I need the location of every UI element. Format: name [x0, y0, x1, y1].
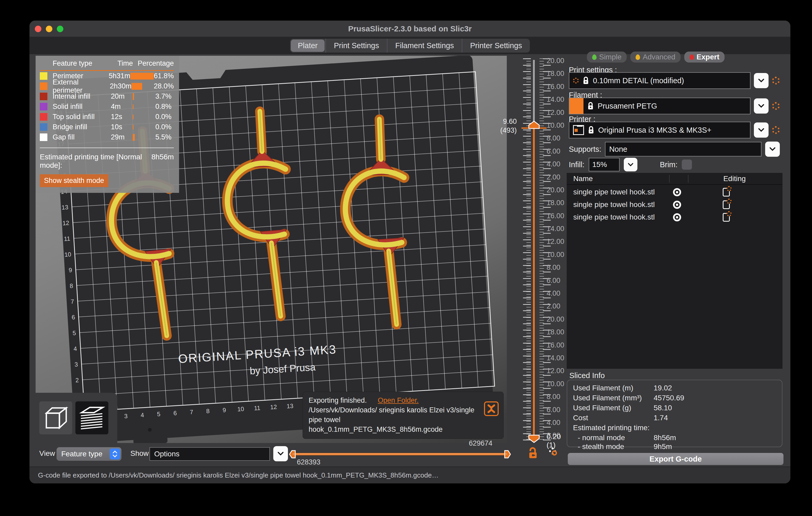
- filament-dropdown-button[interactable]: [754, 98, 768, 114]
- feature-bar: [133, 134, 155, 141]
- legend-header-feature: Feature type: [53, 59, 118, 67]
- layer-tick-label: 2.00: [547, 300, 566, 313]
- open-folder-link[interactable]: Open Folder.: [378, 396, 418, 404]
- feature-color-swatch: [40, 72, 48, 80]
- print-settings-select[interactable]: 0.10mm DETAIL (modified): [569, 72, 751, 89]
- editor-view-button[interactable]: [39, 401, 72, 434]
- layer-tick-label: 8.00: [547, 390, 566, 403]
- 3d-viewport[interactable]: 20191817161514131211109876543210 1234567…: [36, 56, 507, 443]
- feature-color-swatch: [40, 93, 48, 100]
- estimated-time-value: 8h56m: [151, 153, 174, 170]
- show-dropdown-button[interactable]: [273, 446, 288, 461]
- name-column-header: Name: [567, 175, 593, 183]
- layer-tick-label: 10.00: [547, 248, 566, 261]
- feature-time: 4m: [111, 102, 133, 111]
- filament-color-swatch: [569, 98, 583, 114]
- tab-filament-settings[interactable]: Filament Settings: [387, 39, 462, 53]
- mode-dot-icon: [690, 54, 694, 60]
- svg-text:4: 4: [73, 345, 77, 352]
- visibility-eye-icon[interactable]: [673, 201, 681, 209]
- svg-text:7: 7: [70, 298, 74, 305]
- feature-color-swatch: [40, 83, 48, 90]
- svg-text:9: 9: [223, 406, 226, 414]
- legend-header-time: Time: [118, 59, 138, 67]
- edit-object-icon[interactable]: [723, 188, 730, 196]
- view-type-select[interactable]: Feature type: [57, 447, 121, 461]
- filament-gear-button[interactable]: [772, 102, 780, 110]
- lock-icon: [588, 126, 594, 134]
- sliced-info-value: 19.02: [654, 384, 672, 392]
- visibility-eye-icon[interactable]: [673, 188, 681, 196]
- preview-view-button[interactable]: [76, 401, 108, 434]
- supports-select[interactable]: None: [605, 142, 761, 156]
- tab-printer-settings[interactable]: Printer Settings: [462, 39, 530, 53]
- tab-plater[interactable]: Plater: [291, 39, 325, 52]
- object-row[interactable]: single pipe towel hook.stl: [567, 200, 782, 210]
- print-settings-row: 0.10mm DETAIL (modified): [569, 72, 780, 89]
- show-value: Options: [154, 450, 180, 458]
- sliced-info-value: 58.10: [654, 404, 672, 412]
- close-icon: [487, 404, 496, 413]
- print-settings-gear-button[interactable]: [772, 77, 780, 85]
- printer-gear-button[interactable]: [772, 126, 780, 134]
- feature-time: 5h31m: [109, 72, 130, 80]
- edit-object-icon[interactable]: [723, 201, 730, 209]
- filament-select[interactable]: Prusament PETG: [569, 98, 751, 114]
- layer-slider-track[interactable]: [533, 60, 535, 441]
- feature-time: 12s: [111, 113, 133, 121]
- legend-row: Gap fill29m5.5%: [40, 132, 174, 142]
- notification-close-button[interactable]: [484, 401, 499, 416]
- feature-bar-fill: [132, 83, 142, 90]
- show-select[interactable]: Options: [149, 447, 270, 461]
- move-slider-right-thumb[interactable]: [504, 450, 511, 458]
- layer-slider-upper-thumb[interactable]: [528, 121, 540, 129]
- infill-dropdown-button[interactable]: [624, 158, 637, 172]
- move-slider-left-thumb[interactable]: [289, 450, 296, 458]
- brim-checkbox[interactable]: [682, 159, 692, 170]
- mode-advanced[interactable]: Advanced: [630, 52, 680, 63]
- printer-select[interactable]: Original Prusa i3 MK3S & MK3S+: [569, 122, 751, 139]
- svg-text:9: 9: [68, 267, 72, 274]
- svg-text:3: 3: [74, 361, 78, 368]
- object-row[interactable]: single pipe towel hook.stl: [567, 187, 782, 197]
- feature-color-swatch: [40, 123, 48, 131]
- infill-label: Infill:: [569, 160, 584, 169]
- move-range-slider[interactable]: [293, 453, 507, 455]
- legend-header-percentage: Percentage: [138, 59, 174, 67]
- svg-text:12: 12: [270, 403, 277, 411]
- show-stealth-mode-button[interactable]: Show stealth mode: [40, 174, 108, 187]
- feature-name: Bridge infill: [53, 123, 111, 131]
- edit-object-icon[interactable]: [723, 213, 730, 222]
- svg-text:5: 5: [72, 329, 76, 336]
- layer-tick-label: 4.00: [547, 287, 566, 300]
- svg-text:13: 13: [286, 402, 293, 410]
- layer-tick-label: 8.00: [547, 261, 566, 274]
- object-list: Name Editing single pipe towel hook.stls…: [567, 173, 782, 369]
- notification-text: Exporting finished.: [309, 396, 367, 404]
- view-label: View: [39, 449, 55, 458]
- feature-name: External perimeter: [53, 78, 110, 94]
- sliced-info-row: Used Filament (g)58.10: [567, 404, 782, 414]
- mode-label: Expert: [697, 53, 719, 61]
- sliced-info-row: Used Filament (mm³)45750.69: [567, 394, 782, 404]
- feature-percentage: 5.5%: [155, 133, 174, 141]
- infill-select[interactable]: 15%: [589, 158, 619, 172]
- mode-selector: SimpleAdvancedExpert: [587, 52, 725, 63]
- printer-dropdown-button[interactable]: [754, 122, 768, 138]
- layer-bottom-value: 0.20: [547, 432, 561, 441]
- mode-simple[interactable]: Simple: [587, 52, 627, 63]
- tab-print-settings[interactable]: Print Settings: [325, 39, 387, 53]
- export-gcode-button[interactable]: Export G-code: [568, 453, 783, 465]
- object-row[interactable]: single pipe towel hook.stl: [567, 212, 782, 222]
- mode-expert[interactable]: Expert: [684, 52, 725, 63]
- mode-label: Simple: [599, 53, 622, 61]
- notification-path: /Users/vk/Downloads/ srieginis karolis E…: [309, 405, 476, 434]
- supports-dropdown-button[interactable]: [765, 142, 780, 157]
- visibility-eye-icon[interactable]: [673, 213, 681, 221]
- feature-bar-fill: [133, 125, 134, 129]
- layer-slider-lower-thumb[interactable]: [528, 435, 540, 443]
- print-settings-dropdown-button[interactable]: [754, 73, 768, 88]
- layer-range-slider[interactable]: 20.0018.0016.0014.0012.0010.008.006.004.…: [510, 56, 566, 450]
- svg-text:4: 4: [140, 412, 144, 419]
- current-layer-height: 9.60: [494, 118, 517, 126]
